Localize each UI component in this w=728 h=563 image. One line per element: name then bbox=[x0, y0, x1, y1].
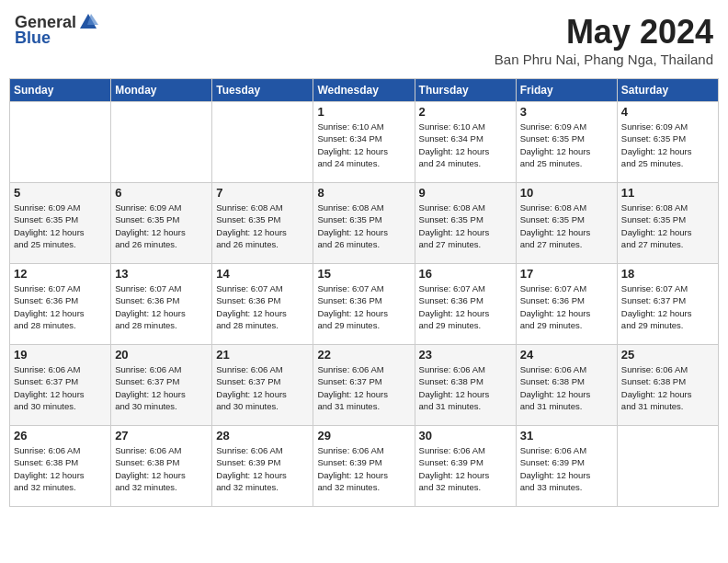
calendar-cell bbox=[10, 102, 111, 183]
calendar-cell bbox=[617, 426, 718, 507]
day-detail: Sunrise: 6:08 AMSunset: 6:35 PMDaylight:… bbox=[317, 201, 410, 250]
calendar-week-0: 1Sunrise: 6:10 AMSunset: 6:34 PMDaylight… bbox=[10, 102, 719, 183]
day-detail: Sunrise: 6:07 AMSunset: 6:36 PMDaylight:… bbox=[115, 282, 208, 331]
day-detail: Sunrise: 6:10 AMSunset: 6:34 PMDaylight:… bbox=[317, 121, 410, 169]
day-header-friday: Friday bbox=[516, 79, 617, 102]
calendar-cell: 5Sunrise: 6:09 AMSunset: 6:35 PMDaylight… bbox=[10, 183, 111, 264]
calendar-cell: 8Sunrise: 6:08 AMSunset: 6:35 PMDaylight… bbox=[313, 183, 415, 264]
calendar-week-2: 12Sunrise: 6:07 AMSunset: 6:36 PMDayligh… bbox=[10, 264, 719, 345]
month-title: May 2024 bbox=[495, 13, 713, 52]
day-number: 20 bbox=[115, 348, 208, 362]
calendar-body: 1Sunrise: 6:10 AMSunset: 6:34 PMDaylight… bbox=[10, 102, 719, 507]
day-number: 12 bbox=[14, 267, 107, 281]
calendar-cell: 19Sunrise: 6:06 AMSunset: 6:37 PMDayligh… bbox=[10, 345, 111, 426]
header: General Blue May 2024 Ban Phru Nai, Phan… bbox=[9, 9, 719, 71]
day-detail: Sunrise: 6:07 AMSunset: 6:36 PMDaylight:… bbox=[14, 282, 107, 331]
day-number: 14 bbox=[216, 267, 309, 281]
calendar-cell: 2Sunrise: 6:10 AMSunset: 6:34 PMDaylight… bbox=[415, 102, 516, 183]
calendar-cell: 1Sunrise: 6:10 AMSunset: 6:34 PMDaylight… bbox=[313, 102, 415, 183]
day-number: 22 bbox=[317, 348, 410, 362]
day-detail: Sunrise: 6:08 AMSunset: 6:35 PMDaylight:… bbox=[419, 201, 512, 250]
day-detail: Sunrise: 6:06 AMSunset: 6:38 PMDaylight:… bbox=[520, 363, 613, 412]
day-detail: Sunrise: 6:06 AMSunset: 6:37 PMDaylight:… bbox=[216, 363, 309, 412]
day-detail: Sunrise: 6:09 AMSunset: 6:35 PMDaylight:… bbox=[520, 121, 613, 169]
calendar-week-3: 19Sunrise: 6:06 AMSunset: 6:37 PMDayligh… bbox=[10, 345, 719, 426]
calendar-cell: 27Sunrise: 6:06 AMSunset: 6:38 PMDayligh… bbox=[111, 426, 212, 507]
day-number: 30 bbox=[419, 429, 512, 442]
day-number: 7 bbox=[216, 186, 309, 200]
day-detail: Sunrise: 6:09 AMSunset: 6:35 PMDaylight:… bbox=[14, 201, 107, 250]
calendar-cell: 23Sunrise: 6:06 AMSunset: 6:38 PMDayligh… bbox=[415, 345, 516, 426]
logo-blue-text: Blue bbox=[15, 29, 51, 48]
day-detail: Sunrise: 6:07 AMSunset: 6:36 PMDaylight:… bbox=[317, 282, 410, 331]
calendar-cell: 10Sunrise: 6:08 AMSunset: 6:35 PMDayligh… bbox=[516, 183, 617, 264]
day-header-tuesday: Tuesday bbox=[212, 79, 313, 102]
calendar-cell: 3Sunrise: 6:09 AMSunset: 6:35 PMDaylight… bbox=[516, 102, 617, 183]
day-detail: Sunrise: 6:07 AMSunset: 6:37 PMDaylight:… bbox=[621, 282, 714, 331]
calendar-cell: 17Sunrise: 6:07 AMSunset: 6:36 PMDayligh… bbox=[516, 264, 617, 345]
location-title: Ban Phru Nai, Phang Nga, Thailand bbox=[495, 52, 713, 67]
day-detail: Sunrise: 6:06 AMSunset: 6:37 PMDaylight:… bbox=[317, 363, 410, 412]
day-detail: Sunrise: 6:08 AMSunset: 6:35 PMDaylight:… bbox=[216, 201, 309, 250]
day-detail: Sunrise: 6:06 AMSunset: 6:39 PMDaylight:… bbox=[520, 444, 613, 493]
day-detail: Sunrise: 6:06 AMSunset: 6:38 PMDaylight:… bbox=[115, 444, 208, 493]
day-number: 19 bbox=[14, 348, 107, 362]
day-number: 2 bbox=[419, 105, 512, 119]
calendar-cell: 29Sunrise: 6:06 AMSunset: 6:39 PMDayligh… bbox=[313, 426, 415, 507]
day-number: 6 bbox=[115, 186, 208, 200]
day-number: 3 bbox=[520, 105, 613, 119]
day-detail: Sunrise: 6:07 AMSunset: 6:36 PMDaylight:… bbox=[419, 282, 512, 331]
day-number: 24 bbox=[520, 348, 613, 362]
day-number: 27 bbox=[115, 429, 208, 442]
day-header-saturday: Saturday bbox=[617, 79, 718, 102]
calendar-header: SundayMondayTuesdayWednesdayThursdayFrid… bbox=[10, 79, 719, 102]
calendar-cell: 20Sunrise: 6:06 AMSunset: 6:37 PMDayligh… bbox=[111, 345, 212, 426]
day-number: 31 bbox=[520, 429, 613, 442]
calendar-cell: 28Sunrise: 6:06 AMSunset: 6:39 PMDayligh… bbox=[212, 426, 313, 507]
calendar-cell bbox=[111, 102, 212, 183]
calendar-cell: 22Sunrise: 6:06 AMSunset: 6:37 PMDayligh… bbox=[313, 345, 415, 426]
day-header-wednesday: Wednesday bbox=[313, 79, 415, 102]
day-number: 13 bbox=[115, 267, 208, 281]
day-number: 11 bbox=[621, 186, 714, 200]
day-number: 5 bbox=[14, 186, 107, 200]
day-number: 25 bbox=[621, 348, 714, 362]
calendar-cell: 15Sunrise: 6:07 AMSunset: 6:36 PMDayligh… bbox=[313, 264, 415, 345]
day-detail: Sunrise: 6:06 AMSunset: 6:38 PMDaylight:… bbox=[14, 444, 107, 493]
day-header-monday: Monday bbox=[111, 79, 212, 102]
calendar-cell: 4Sunrise: 6:09 AMSunset: 6:35 PMDaylight… bbox=[617, 102, 718, 183]
calendar-cell: 30Sunrise: 6:06 AMSunset: 6:39 PMDayligh… bbox=[415, 426, 516, 507]
day-detail: Sunrise: 6:07 AMSunset: 6:36 PMDaylight:… bbox=[520, 282, 613, 331]
calendar-cell: 25Sunrise: 6:06 AMSunset: 6:38 PMDayligh… bbox=[617, 345, 718, 426]
day-number: 21 bbox=[216, 348, 309, 362]
calendar-week-1: 5Sunrise: 6:09 AMSunset: 6:35 PMDaylight… bbox=[10, 183, 719, 264]
day-number: 1 bbox=[317, 105, 410, 119]
calendar-cell: 21Sunrise: 6:06 AMSunset: 6:37 PMDayligh… bbox=[212, 345, 313, 426]
calendar-cell: 16Sunrise: 6:07 AMSunset: 6:36 PMDayligh… bbox=[415, 264, 516, 345]
logo-icon bbox=[78, 12, 98, 32]
calendar-week-4: 26Sunrise: 6:06 AMSunset: 6:38 PMDayligh… bbox=[10, 426, 719, 507]
calendar-cell: 12Sunrise: 6:07 AMSunset: 6:36 PMDayligh… bbox=[10, 264, 111, 345]
day-detail: Sunrise: 6:06 AMSunset: 6:39 PMDaylight:… bbox=[216, 444, 309, 493]
day-detail: Sunrise: 6:06 AMSunset: 6:37 PMDaylight:… bbox=[14, 363, 107, 412]
day-detail: Sunrise: 6:06 AMSunset: 6:39 PMDaylight:… bbox=[317, 444, 410, 493]
day-number: 8 bbox=[317, 186, 410, 200]
day-number: 17 bbox=[520, 267, 613, 281]
day-detail: Sunrise: 6:08 AMSunset: 6:35 PMDaylight:… bbox=[520, 201, 613, 250]
calendar-cell: 9Sunrise: 6:08 AMSunset: 6:35 PMDaylight… bbox=[415, 183, 516, 264]
calendar-cell: 24Sunrise: 6:06 AMSunset: 6:38 PMDayligh… bbox=[516, 345, 617, 426]
day-number: 10 bbox=[520, 186, 613, 200]
day-number: 4 bbox=[621, 105, 714, 119]
calendar-cell: 18Sunrise: 6:07 AMSunset: 6:37 PMDayligh… bbox=[617, 264, 718, 345]
day-detail: Sunrise: 6:10 AMSunset: 6:34 PMDaylight:… bbox=[419, 121, 512, 169]
calendar-cell: 7Sunrise: 6:08 AMSunset: 6:35 PMDaylight… bbox=[212, 183, 313, 264]
day-detail: Sunrise: 6:09 AMSunset: 6:35 PMDaylight:… bbox=[115, 201, 208, 250]
day-number: 29 bbox=[317, 429, 410, 442]
day-detail: Sunrise: 6:06 AMSunset: 6:39 PMDaylight:… bbox=[419, 444, 512, 493]
day-detail: Sunrise: 6:09 AMSunset: 6:35 PMDaylight:… bbox=[621, 121, 714, 169]
day-detail: Sunrise: 6:08 AMSunset: 6:35 PMDaylight:… bbox=[621, 201, 714, 250]
day-number: 28 bbox=[216, 429, 309, 442]
day-detail: Sunrise: 6:07 AMSunset: 6:36 PMDaylight:… bbox=[216, 282, 309, 331]
day-number: 16 bbox=[419, 267, 512, 281]
calendar-table: SundayMondayTuesdayWednesdayThursdayFrid… bbox=[9, 78, 719, 507]
